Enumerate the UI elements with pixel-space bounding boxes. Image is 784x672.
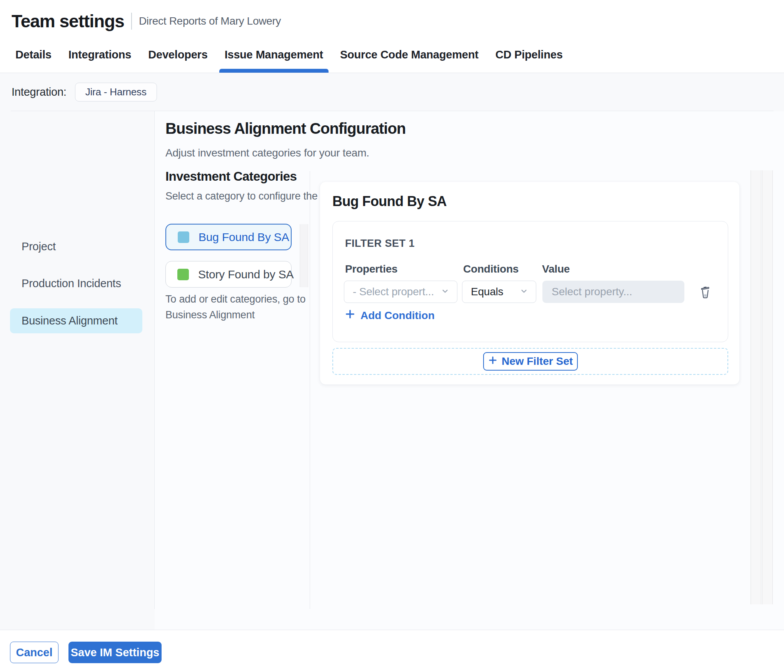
cancel-button[interactable]: Cancel <box>10 642 58 663</box>
bug-category-label: Bug Found By SA <box>199 231 289 244</box>
section-subtitle: Adjust investment categories for your te… <box>165 147 369 159</box>
properties-select[interactable]: - Select propert... <box>344 281 457 303</box>
value-input[interactable] <box>542 281 684 303</box>
category-button-story-found-by-sa[interactable]: Story Found by SA <box>165 261 292 288</box>
integration-badge[interactable]: Jira - Harness <box>75 83 157 101</box>
plus-icon <box>488 355 498 368</box>
chevron-down-icon <box>519 286 529 298</box>
save-im-settings-button[interactable]: Save IM Settings <box>68 642 162 663</box>
filter-set-label: FILTER SET 1 <box>345 238 415 250</box>
new-filter-set-button[interactable]: New Filter Set <box>483 352 578 371</box>
filter-panel-title: Bug Found By SA <box>332 193 447 210</box>
story-category-label: Story Found by SA <box>198 268 294 281</box>
tab-issue-management[interactable]: Issue Management <box>224 48 324 73</box>
properties-select-placeholder: - Select propert... <box>353 286 434 298</box>
category-list-scrollbar[interactable] <box>300 224 308 287</box>
chevron-down-icon <box>440 286 450 298</box>
footer-action-bar: Cancel Save IM Settings <box>0 630 784 672</box>
section-title: Business Alignment Configuration <box>165 120 405 137</box>
tab-source-code-management[interactable]: Source Code Management <box>339 48 479 73</box>
tab-developers[interactable]: Developers <box>147 48 208 73</box>
title-row: Team settings Direct Reports of Mary Low… <box>12 11 281 32</box>
tab-bar: Details Integrations Developers Issue Ma… <box>15 48 564 73</box>
categories-divider <box>310 171 310 609</box>
trash-icon <box>698 284 712 300</box>
outer-scrollbar-track[interactable] <box>762 170 773 604</box>
sidebar-item-production-incidents[interactable]: Production Incidents <box>22 274 121 293</box>
sidebar-item-project[interactable]: Project <box>22 237 56 256</box>
tab-integrations[interactable]: Integrations <box>68 48 132 73</box>
plus-icon <box>344 308 356 323</box>
integration-label: Integration: <box>12 86 67 98</box>
conditions-select[interactable]: Equals <box>462 281 536 303</box>
page-header: Team settings Direct Reports of Mary Low… <box>0 0 784 73</box>
page-subtitle: Direct Reports of Mary Lowery <box>139 15 281 27</box>
inner-scrollbar-track[interactable] <box>751 170 761 604</box>
title-separator <box>131 13 132 30</box>
bug-category-swatch <box>178 231 189 243</box>
story-category-swatch <box>177 269 189 280</box>
category-button-bug-found-by-sa[interactable]: Bug Found By SA <box>165 224 292 250</box>
sidebar-item-business-alignment[interactable]: Business Alignment <box>10 308 142 333</box>
delete-condition-button[interactable] <box>697 284 714 301</box>
sidebar-divider <box>154 111 155 609</box>
conditions-select-value: Equals <box>471 286 503 298</box>
filter-panel-card: Bug Found By SA FILTER SET 1 Properties … <box>320 182 739 384</box>
filter-set-card: FILTER SET 1 Properties Conditions Value… <box>332 221 728 342</box>
categories-footnote: To add or edit categories, go to Busines… <box>165 291 346 323</box>
tab-details[interactable]: Details <box>15 48 52 73</box>
add-condition-label: Add Condition <box>360 309 435 322</box>
page-title: Team settings <box>12 11 124 32</box>
column-header-value: Value <box>542 263 570 275</box>
new-filter-set-dropzone: New Filter Set <box>332 348 728 375</box>
settings-sidebar: Project Production Incidents Business Al… <box>0 111 154 609</box>
integration-row: Integration: Jira - Harness <box>0 73 784 111</box>
investment-categories-description: Select a category to configure the filte… <box>165 188 345 204</box>
new-filter-set-label: New Filter Set <box>502 355 573 368</box>
tab-cd-pipelines[interactable]: CD Pipelines <box>495 48 564 73</box>
column-header-properties: Properties <box>345 263 398 275</box>
investment-categories-heading: Investment Categories <box>165 169 297 184</box>
add-condition-button[interactable]: Add Condition <box>344 308 435 323</box>
column-header-conditions: Conditions <box>463 263 519 275</box>
